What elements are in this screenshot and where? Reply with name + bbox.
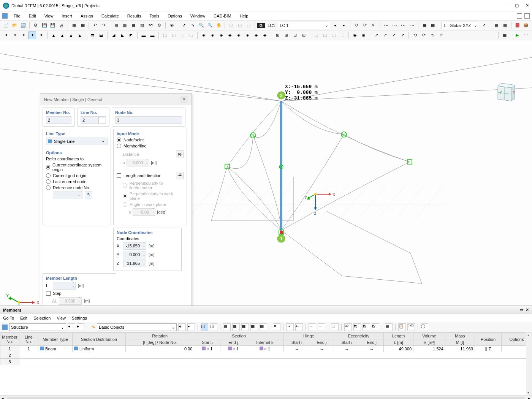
global-cs-combo[interactable]: 1 - Global XYZ⌄ <box>442 22 479 29</box>
tb2-n1[interactable]: ✦ <box>2 32 10 39</box>
menu-results[interactable]: Results <box>124 13 145 19</box>
mm-edit[interactable]: Edit <box>20 316 27 320</box>
tb2-f3[interactable]: ◈ <box>217 32 225 39</box>
mtb-fx1[interactable]: ab <box>344 323 352 331</box>
panel-header[interactable]: New Member | Single | General ✕ <box>40 94 192 105</box>
mm-selection[interactable]: Selection <box>33 316 51 320</box>
coord-y-input[interactable]: 0.000 <box>124 251 146 258</box>
tb-saveall[interactable]: 💾 <box>49 22 57 29</box>
panel-close-icon[interactable]: ✕ <box>180 96 188 103</box>
chk-length-dir[interactable]: Length and direction ⇄ <box>117 172 184 179</box>
tb2-k1[interactable]: ⟲ <box>411 32 419 39</box>
minimize-button[interactable]: — <box>504 3 508 8</box>
menu-window[interactable]: Window <box>187 13 209 19</box>
nav2-prev[interactable]: ◂ <box>178 323 186 331</box>
lc-prev[interactable]: ◂ <box>331 22 339 29</box>
tb-sc[interactable]: SC <box>147 22 155 29</box>
objects-combo[interactable]: Basic Objects <box>97 323 177 331</box>
mm-goto[interactable]: Go To <box>3 316 14 320</box>
mtb-del[interactable]: ✕ <box>273 323 280 331</box>
mtb-fx3[interactable]: fx <box>363 323 370 331</box>
line-type-select[interactable]: Single Line <box>46 138 108 145</box>
tb-eye[interactable]: 👁 <box>168 22 176 29</box>
viewport-3d[interactable]: 2 1 x y z X Y Z X:-15.659 m Y: 0.000 m Z… <box>0 40 532 306</box>
tb-d2[interactable]: ▦ <box>429 22 437 29</box>
node-no-input[interactable]: 3 <box>115 116 182 124</box>
tb2-n5[interactable]: ✦ <box>37 32 45 39</box>
tb-new[interactable]: 📄 <box>2 22 10 29</box>
tb2-g3[interactable]: ⊞ <box>291 32 299 39</box>
tb2-f7[interactable]: ◈ <box>252 32 260 39</box>
table-row[interactable]: 1 1 Beam Uniform 0.00 ○ 1 ○ 1 ○ 1 ---- -… <box>0 346 532 352</box>
percent-button[interactable]: % <box>176 150 184 158</box>
mtb-info[interactable]: ⓘ <box>421 323 428 331</box>
tb2-n3[interactable]: ✦ <box>20 32 27 39</box>
coord-x-input[interactable]: -15.659 <box>124 242 146 250</box>
menu-calculate[interactable]: Calculate <box>98 13 123 19</box>
table-scroll-h[interactable]: ◂▸ <box>0 395 532 399</box>
tb2-e2[interactable]: ⬚ <box>170 32 177 39</box>
structure-combo[interactable]: Structure <box>9 323 66 331</box>
menu-assign[interactable]: Assign <box>77 13 97 19</box>
mtb-e2[interactable]: 0.00 <box>407 323 415 331</box>
tb-refresh[interactable]: 🔄 <box>19 22 27 29</box>
tb2-e3[interactable]: ⬚ <box>179 32 186 39</box>
tb-sel2[interactable]: ➘ <box>189 22 197 29</box>
tb2-f2[interactable]: ◈ <box>209 32 216 39</box>
table-scroll-v[interactable] <box>526 332 532 395</box>
tb2-r3[interactable]: ⋯ <box>522 32 530 39</box>
members-restore-icon[interactable]: ▭ <box>519 307 523 312</box>
restore-icon[interactable] <box>517 13 522 19</box>
tb-grid4[interactable]: ▧ <box>138 22 146 29</box>
tb2-k4[interactable]: ⟳ <box>437 32 445 39</box>
tb2-f8[interactable]: ◈ <box>261 32 269 39</box>
tb2-k3[interactable]: ⟲ <box>429 32 436 39</box>
members-table[interactable]: Member No. Line No. Member Type Section … <box>0 332 532 365</box>
tb-r1[interactable]: ⟲ <box>353 22 360 29</box>
tb-box[interactable]: 📦 <box>522 22 530 29</box>
tb2-f6[interactable]: ◈ <box>244 32 251 39</box>
nav2-next[interactable]: ▸ <box>187 323 195 331</box>
nav-prev[interactable]: ◂ <box>68 323 75 331</box>
tb2-b1[interactable]: ⬒ <box>89 32 96 39</box>
tb-grid2[interactable]: ▥ <box>121 22 129 29</box>
tb2-i1[interactable]: ◉ <box>351 32 359 39</box>
mtb-fx4[interactable]: fx <box>372 323 379 331</box>
tb2-d2[interactable]: ▬ <box>149 32 156 39</box>
mtb-a1[interactable]: ⇢ <box>286 323 294 331</box>
tb-xx3[interactable]: x.xx <box>399 22 407 29</box>
lc-combo[interactable]: LC 1⌄ <box>278 22 330 29</box>
tb2-j3[interactable]: ↗ <box>390 32 397 39</box>
members-close-icon[interactable]: ✕ <box>526 307 529 312</box>
mtb-d1[interactable]: ▦ <box>385 323 393 331</box>
tb-xx2[interactable]: x.xx <box>391 22 399 29</box>
mtb-e1[interactable]: 📋 <box>398 323 406 331</box>
mtb-c1[interactable]: ▭ <box>331 323 339 331</box>
close-doc-icon[interactable] <box>524 13 530 19</box>
mm-settings[interactable]: Settings <box>72 316 87 320</box>
tb-sel1[interactable]: ➚ <box>180 22 188 29</box>
tb-r3[interactable]: ✕ <box>370 22 377 29</box>
mtb-4[interactable]: ▦ <box>232 323 240 331</box>
tb-pan[interactable]: ✋ <box>215 22 223 29</box>
tb2-j2[interactable]: ↗ <box>381 32 389 39</box>
rb-node[interactable]: Node/point <box>117 138 184 142</box>
tb2-c3[interactable]: ◤ <box>127 32 135 39</box>
tb-undo[interactable]: ↶ <box>91 22 99 29</box>
tb-xx4[interactable]: x.xx <box>408 22 416 29</box>
rb-memberline[interactable]: Member/line <box>117 144 184 148</box>
tb-cube1[interactable]: ▦ <box>70 22 78 29</box>
tb2-j4[interactable]: ↗ <box>399 32 406 39</box>
tb2-f5[interactable]: ◈ <box>235 32 242 39</box>
tb2-b2[interactable]: ⬓ <box>97 32 105 39</box>
tb2-e1[interactable]: ⬚ <box>161 32 169 39</box>
mtb-fx2[interactable]: fx <box>353 323 361 331</box>
mtb-7[interactable]: ▦ <box>260 323 267 331</box>
tb2-k2[interactable]: ⟳ <box>420 32 428 39</box>
tb-r2[interactable]: ⟳ <box>361 22 369 29</box>
menu-insert[interactable]: Insert <box>58 13 76 19</box>
menu-help[interactable]: Help <box>236 13 252 19</box>
table-row[interactable]: 2 <box>0 352 532 359</box>
tb2-a3[interactable]: ▲ <box>67 32 75 39</box>
tb2-g2[interactable]: ⊞ <box>282 32 290 39</box>
